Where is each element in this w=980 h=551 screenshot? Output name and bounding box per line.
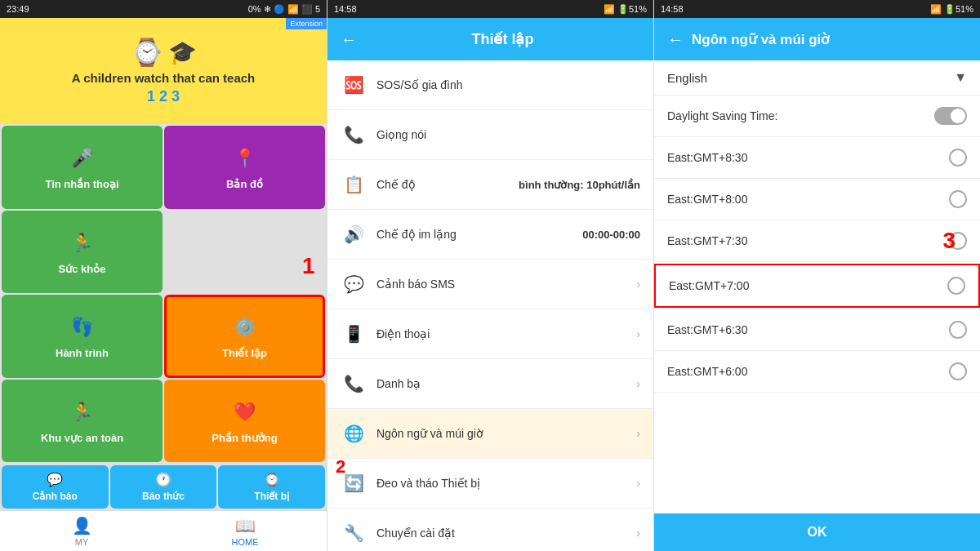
timezone-gmt600[interactable]: East:GMT+6:00 <box>654 351 980 393</box>
grid-item-ban-do[interactable]: 📍 Bản đồ <box>164 126 325 209</box>
hanh-trinh-label: Hành trình <box>56 347 109 359</box>
grid-item-tin-nhan[interactable]: 🎤 Tin nhắn thoại <box>2 126 163 209</box>
daylight-toggle[interactable] <box>934 107 967 125</box>
timezone-gmt730[interactable]: East:GMT+7:30 3 <box>654 220 980 262</box>
lang-body: English ▼ Daylight Saving Time: East:GMT… <box>654 60 980 513</box>
ngon-ngu-label: Ngôn ngữ và múi giờ <box>376 427 626 440</box>
lang-status-bar: 14:58 📶 🔋51% <box>654 0 980 18</box>
timezone-gmt830-radio[interactable] <box>949 149 967 167</box>
timezone-gmt800-label: East:GMT+8:00 <box>667 193 747 206</box>
timezone-gmt830[interactable]: East:GMT+8:30 <box>654 137 980 179</box>
settings-item-sos[interactable]: 🆘 SOS/Số gia đình <box>327 60 653 110</box>
grid-item-khu-vuc[interactable]: 🏃 Khu vực an toàn <box>2 380 163 463</box>
che-do-icon: 📋 <box>341 171 367 198</box>
ok-button[interactable]: OK <box>654 513 980 551</box>
settings-item-deo-thao[interactable]: 🔄 Đeo và tháo Thiết bị › <box>327 459 653 509</box>
home-banner: Extension ⌚ 🎓 A children watch that can … <box>0 18 327 124</box>
bao-thuc-item[interactable]: 🕐 Báo thức <box>110 465 217 509</box>
panel-language: 14:58 📶 🔋51% ← Ngôn ngữ và múi giờ Engli… <box>653 0 980 551</box>
timezone-gmt600-label: East:GMT+6:00 <box>667 365 747 378</box>
panel-settings: 14:58 📶 🔋51% ← Thiết lập 🆘 SOS/Số gia đì… <box>327 0 653 551</box>
chuyen-cai-label: Chuyển cài đặt <box>376 527 626 540</box>
che-do-label: Chế độ <box>376 178 509 191</box>
tab-my-icon: 👤 <box>72 516 92 535</box>
danh-ba-label: Danh bạ <box>376 377 626 390</box>
giong-noi-label: Giọng nói <box>376 128 640 141</box>
status-bar-home: 23:49 0% ❄ 🔵 📶 ⬛ 5 <box>0 0 327 18</box>
danh-ba-arrow: › <box>636 377 640 390</box>
ban-do-icon: 📍 <box>230 144 260 173</box>
dropdown-arrow-icon: ▼ <box>954 70 967 85</box>
language-dropdown-row[interactable]: English ▼ <box>654 60 980 96</box>
im-lang-value: 00:00-00:00 <box>582 229 640 241</box>
settings-status-icons: 📶 🔋51% <box>604 4 647 15</box>
selected-language: English <box>667 71 707 85</box>
tab-my[interactable]: 👤 MY <box>0 511 163 551</box>
canh-bao-sms-arrow: › <box>636 278 640 291</box>
timezone-gmt630-radio[interactable] <box>949 321 967 339</box>
lang-back-button[interactable]: ← <box>667 30 684 49</box>
settings-item-che-do[interactable]: 📋 Chế độ bình thường: 10phút/lần <box>327 160 653 210</box>
settings-item-canh-bao-sms[interactable]: 💬 Cảnh báo SMS › <box>327 260 653 309</box>
step-number-3: 3 <box>942 228 956 254</box>
giong-noi-icon: 📞 <box>341 122 367 148</box>
dien-thoai-icon: 📱 <box>341 321 367 347</box>
timezone-gmt700[interactable]: East:GMT+7:00 <box>654 264 980 308</box>
dien-thoai-arrow: › <box>636 327 640 340</box>
home-tab-bar: 👤 MY 📖 HOME <box>0 510 327 551</box>
settings-list: 🆘 SOS/Số gia đình 📞 Giọng nói 📋 Chế độ b… <box>327 60 653 551</box>
deo-thao-icon: 🔄 <box>341 470 367 496</box>
bottom-row: 💬 Cảnh báo 🕐 Báo thức ⌚ Thiết bị <box>0 464 327 510</box>
lang-header: ← Ngôn ngữ và múi giờ <box>654 18 980 60</box>
grid-item-thiet-lap[interactable]: ⚙️ Thiết lập <box>164 295 325 378</box>
settings-item-ngon-ngu[interactable]: 🌐 Ngôn ngữ và múi giờ › 2 <box>327 409 653 459</box>
timezone-gmt800[interactable]: East:GMT+8:00 <box>654 179 980 220</box>
canh-bao-icon: 💬 <box>47 472 63 487</box>
sos-label: SOS/Số gia đình <box>376 78 640 91</box>
settings-item-chuyen-cai[interactable]: 🔧 Chuyển cài đặt › <box>327 509 653 551</box>
tab-home[interactable]: 📖 HOME <box>163 511 327 551</box>
grid-item-suc-khoe[interactable]: 🏃 Sức khỏe <box>2 211 163 294</box>
im-lang-icon: 🔊 <box>341 221 367 247</box>
timezone-gmt600-radio[interactable] <box>949 362 967 380</box>
tab-home-label: HOME <box>232 537 259 547</box>
ngon-ngu-arrow: › <box>636 427 640 440</box>
timezone-gmt630-label: East:GMT+6:30 <box>667 323 747 336</box>
timezone-gmt800-radio[interactable] <box>949 190 967 208</box>
bao-thuc-icon: 🕐 <box>155 472 172 487</box>
timezone-gmt700-label: East:GMT+7:00 <box>669 279 749 292</box>
sos-icon: 🆘 <box>341 72 367 98</box>
tin-nhan-label: Tin nhắn thoại <box>45 178 118 190</box>
thiet-bi-item[interactable]: ⌚ Thiết bị <box>218 465 325 509</box>
im-lang-label: Chế độ im lặng <box>376 228 572 241</box>
settings-status-bar: 14:58 📶 🔋51% <box>327 0 653 18</box>
canh-bao-item[interactable]: 💬 Cảnh báo <box>2 465 109 509</box>
settings-item-im-lang[interactable]: 🔊 Chế độ im lặng 00:00-00:00 <box>327 210 653 260</box>
settings-time: 14:58 <box>334 4 357 14</box>
ban-do-label: Bản đồ <box>226 178 263 190</box>
thiet-bi-icon: ⌚ <box>264 472 280 487</box>
panel-home: 23:49 0% ❄ 🔵 📶 ⬛ 5 Extension ⌚ 🎓 A child… <box>0 0 327 551</box>
settings-item-dien-thoai[interactable]: 📱 Điện thoại › <box>327 309 653 359</box>
bao-thuc-label: Báo thức <box>142 491 185 502</box>
timezone-gmt830-label: East:GMT+8:30 <box>667 151 747 164</box>
dien-thoai-label: Điện thoại <box>376 327 626 340</box>
grid-item-phan-thuong[interactable]: ❤️ Phần thưởng <box>164 380 325 463</box>
language-dropdown[interactable]: English ▼ <box>667 70 967 85</box>
settings-header: ← Thiết lập <box>327 18 653 60</box>
chuyen-cai-arrow: › <box>636 527 640 540</box>
tin-nhan-icon: 🎤 <box>68 144 97 173</box>
suc-khoe-icon: 🏃 <box>68 229 97 258</box>
thiet-lap-icon: ⚙️ <box>230 313 260 342</box>
settings-item-danh-ba[interactable]: 📞 Danh bạ › <box>327 359 653 409</box>
phan-thuong-icon: ❤️ <box>230 398 260 427</box>
grid-item-hanh-trinh[interactable]: 👣 Hành trình <box>2 295 163 378</box>
settings-item-giong-noi[interactable]: 📞 Giọng nói <box>327 110 653 160</box>
deo-thao-label: Đeo và tháo Thiết bị <box>376 477 626 490</box>
lang-header-title: Ngôn ngữ và múi giờ <box>692 31 829 48</box>
timezone-gmt630[interactable]: East:GMT+6:30 <box>654 309 980 351</box>
timezone-gmt700-radio[interactable] <box>947 277 965 295</box>
settings-back-button[interactable]: ← <box>341 30 357 49</box>
tab-home-icon: 📖 <box>235 516 256 535</box>
lang-time: 14:58 <box>661 4 684 14</box>
